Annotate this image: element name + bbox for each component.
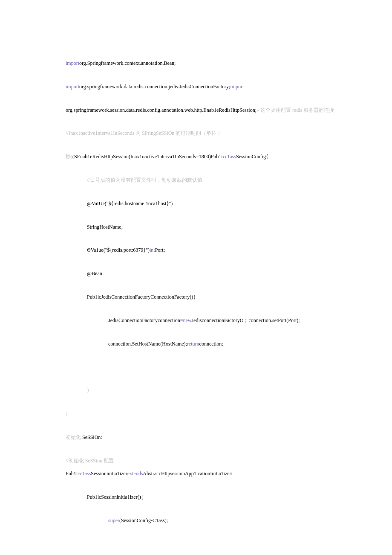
keyword: new [183, 317, 191, 323]
code-text: Pub1ic [66, 471, 80, 477]
code-line: importorg.springframework.data.redis.con… [66, 83, 358, 90]
keyword: return [187, 341, 199, 347]
code-text: Pub1icSessioninitia1izer(){ [87, 494, 143, 500]
code-text: @Bean [87, 270, 102, 276]
code-line: connection.SetHostName(HostName);returnc… [66, 340, 358, 348]
code-text: connection; [199, 341, 223, 347]
keyword: extends [127, 471, 143, 477]
code-text: JedisConnectionFactoryconnection [108, 317, 180, 323]
code-line: JedisConnectionFactoryconnection=newJedi… [66, 317, 358, 324]
code-text: AbstraccHttpsessionApp1icationInitia1ize… [143, 471, 233, 477]
code-text: StringHostName; [87, 224, 123, 230]
code-line: //日号后的值为没有配置文件时，制动装载的默认值 [66, 177, 358, 184]
comment: » [257, 107, 260, 113]
keyword: import [66, 84, 79, 90]
comment: //Jnax1nactive1nterva1InSeconds 为 SPring… [66, 130, 222, 136]
code-text: Port; [155, 247, 165, 253]
blank-line [66, 363, 358, 371]
comment: 秒) [66, 154, 72, 160]
code-text: connection.SetHostName(HostName); [108, 341, 187, 347]
code-line: Pub1icSessioninitia1izer(){ [66, 494, 358, 501]
code-line: } [66, 410, 358, 418]
code-line: } [66, 387, 358, 394]
code-document: importorg.Springframework.context.annota… [0, 0, 392, 555]
code-line: 秒)(SEnab1eRedisHttpSession(Inax1nactive1… [66, 153, 358, 160]
blank-line [66, 540, 358, 548]
code-text: ΘVa1ue("${redis.port:6379}") [87, 247, 150, 253]
code-text: Pub1icJedisConnectionFactoryConnectionFa… [87, 294, 196, 300]
code-text: SessionConfig{ [236, 154, 268, 160]
code-line: //Jnax1nactive1nterva1InSeconds 为 SPring… [66, 130, 358, 137]
brace: } [66, 411, 68, 417]
code-text: Sessioninitia1izer [91, 471, 127, 477]
code-line: StringHostName; [66, 224, 358, 231]
keyword: c1ass [80, 471, 91, 477]
code-line: //初始化 SeSSion 配置 [66, 457, 358, 465]
code-text: org.Springframework.context.annotation.B… [79, 60, 176, 66]
code-text: @VaIUe("${redis.hostname:1oca1host}") [87, 200, 173, 206]
code-text: JedisconnectionFactoryO；connection.setPo… [191, 317, 300, 323]
code-line: ΘVa1ue("${redis.port:6379}")intPort; [66, 247, 358, 254]
code-line: Pub1icc1assSessioninitia1izerextendsAbst… [66, 470, 358, 477]
code-line: org.springframework.session.data.redis.c… [66, 107, 358, 114]
comment: //日号后的值为没有配置文件时，制动装载的默认值 [87, 177, 202, 183]
code-line: importorg.Springframework.context.annota… [66, 60, 358, 67]
code-line: super(SessionConfig-C1ass); [66, 517, 358, 524]
code-text: (SEnab1eRedisHttpSession(Inax1nactive1nt… [72, 154, 225, 160]
keyword: c1ass [225, 154, 236, 160]
code-line: @Bean [66, 270, 358, 277]
keyword: import [230, 84, 244, 90]
text: 初始化 [66, 434, 82, 440]
code-text: org.springframework.session.data.redis.c… [66, 107, 257, 113]
text: SeSSiOn: [82, 434, 102, 440]
code-text: (SessionConfig-C1ass); [119, 517, 168, 523]
code-line: 初始化 SeSSiOn: [66, 434, 358, 441]
keyword: import [66, 60, 79, 66]
keyword: super [108, 517, 119, 523]
comment: 这个类用配置 redis 服务器的连接 [260, 107, 334, 113]
code-text: org.springframework.data.redis.connectio… [79, 84, 230, 90]
code-line: Pub1icJedisConnectionFactoryConnectionFa… [66, 293, 358, 301]
brace: } [87, 387, 89, 393]
code-line: @VaIUe("${redis.hostname:1oca1host}") [66, 200, 358, 207]
keyword: int [150, 247, 155, 253]
comment: //初始化 SeSSion 配置 [66, 458, 114, 464]
